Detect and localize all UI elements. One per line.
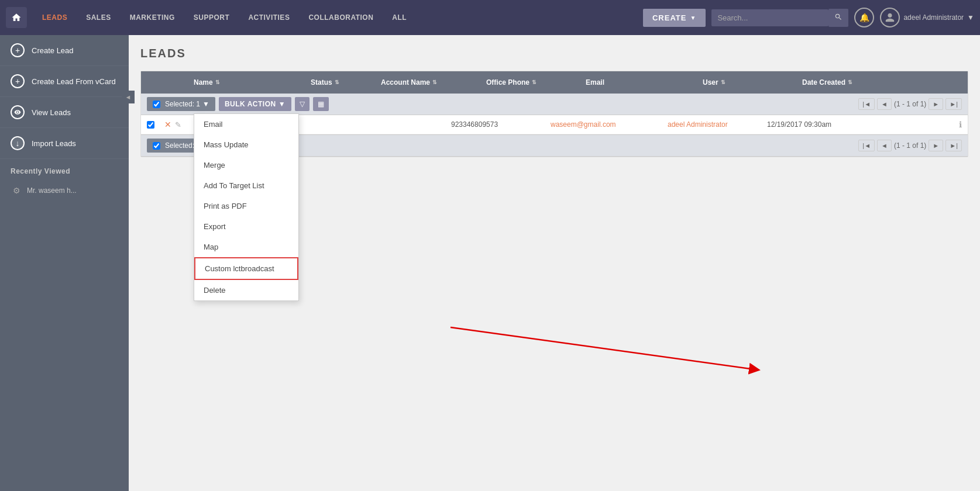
- sidebar-item-create-lead[interactable]: + Create Lead: [0, 35, 129, 66]
- row-action-buttons: ✕ ✎: [164, 120, 194, 129]
- select-checkbox[interactable]: [153, 101, 160, 108]
- nav-sales[interactable]: SALES: [77, 0, 121, 35]
- sidebar-item-view-leads[interactable]: View Leads: [0, 97, 129, 128]
- bulk-action-bar-top: Selected: 1 ▼ BULK ACTION ▼ ▽ ▦ Email Ma…: [141, 94, 968, 115]
- user-name: adeel Administrator: [903, 13, 964, 22]
- next-page-button-bottom[interactable]: ►: [929, 140, 943, 151]
- th-name: Name ⇅: [188, 71, 305, 94]
- bulk-menu-delete[interactable]: Delete: [194, 280, 298, 300]
- create-lead-icon: +: [11, 43, 25, 57]
- prev-page-button-bottom[interactable]: ◄: [877, 140, 892, 151]
- user-dropdown-arrow: ▼: [967, 13, 974, 22]
- row-email[interactable]: waseem@gmail.com: [551, 120, 668, 129]
- create-dropdown-arrow: ▼: [690, 15, 696, 21]
- last-page-button[interactable]: ►|: [945, 98, 962, 110]
- first-page-button-bottom[interactable]: |◄: [858, 140, 875, 151]
- recently-viewed-icon-1: ⚙: [11, 185, 22, 196]
- sidebar-item-create-lead-vcard[interactable]: + Create Lead From vCard: [0, 66, 129, 97]
- th-date: Date Created ⇅: [796, 71, 968, 94]
- search-wrapper: [711, 9, 848, 27]
- search-input[interactable]: [711, 9, 828, 26]
- svg-line-0: [451, 327, 755, 369]
- sidebar-collapse-button[interactable]: ◄: [122, 91, 135, 103]
- row-phone: 923346809573: [451, 120, 551, 129]
- main-layout: ◄ + Create Lead + Create Lead From vCard…: [0, 35, 980, 491]
- last-page-button-bottom[interactable]: ►|: [945, 140, 962, 151]
- sidebar-item-label-create-lead: Create Lead: [32, 46, 74, 55]
- nav-marketing[interactable]: MARKETING: [121, 0, 184, 35]
- nav-activities[interactable]: ACTIVITIES: [239, 0, 299, 35]
- sidebar-item-import-leads[interactable]: ↓ Import Leads: [0, 128, 129, 159]
- bulk-menu-export[interactable]: Export: [194, 216, 298, 237]
- pagination-bottom: |◄ ◄ (1 - 1 of 1) ► ►|: [858, 140, 962, 151]
- pagination-label-bottom: (1 - 1 of 1): [894, 141, 926, 150]
- create-lead-vcard-icon: +: [11, 74, 25, 88]
- nav-collaboration[interactable]: COLLABORATION: [299, 0, 383, 35]
- red-arrow-annotation: [246, 152, 772, 386]
- row-checkbox-cell: [147, 121, 164, 129]
- bulk-menu-mass-update[interactable]: Mass Update: [194, 134, 298, 155]
- sidebar-item-label-view-leads: View Leads: [32, 108, 71, 117]
- recently-viewed-label-1: Mr. waseem h...: [27, 186, 77, 195]
- recently-viewed-item-1[interactable]: ⚙ Mr. waseem h...: [0, 179, 129, 202]
- bulk-menu-print-pdf[interactable]: Print as PDF: [194, 196, 298, 216]
- nav-right-section: CREATE ▼ 🔔 adeel Administrator ▼: [643, 8, 974, 27]
- import-leads-icon: ↓: [11, 136, 25, 150]
- create-button[interactable]: CREATE ▼: [643, 9, 706, 27]
- next-page-button[interactable]: ►: [929, 98, 943, 110]
- bulk-action-dropdown: Email Mass Update Merge Add To Target Li…: [194, 113, 299, 301]
- bulk-menu-add-target-list[interactable]: Add To Target List: [194, 175, 298, 196]
- filter-button[interactable]: ▽: [295, 97, 310, 111]
- notifications-button[interactable]: 🔔: [854, 8, 874, 27]
- row-delete-button[interactable]: ✕: [164, 120, 171, 129]
- bulk-action-button[interactable]: BULK ACTION ▼: [219, 97, 291, 111]
- sidebar: ◄ + Create Lead + Create Lead From vCard…: [0, 35, 129, 491]
- main-content: LEADS Name ⇅ Status ⇅ Account Name ⇅: [129, 35, 980, 491]
- recently-viewed-title: Recently Viewed: [0, 159, 129, 179]
- selected-count-button[interactable]: Selected: 1 ▼: [147, 97, 215, 111]
- pagination-label: (1 - 1 of 1): [894, 100, 926, 108]
- th-phone: Office Phone ⇅: [480, 71, 580, 94]
- view-leads-icon: [11, 105, 25, 119]
- view-toggle-button[interactable]: ▦: [313, 97, 329, 111]
- user-avatar: [880, 8, 900, 27]
- row-info-button[interactable]: ℹ: [959, 120, 962, 129]
- bulk-menu-map[interactable]: Map: [194, 237, 298, 257]
- table-header: Name ⇅ Status ⇅ Account Name ⇅ Office Ph…: [141, 71, 968, 94]
- row-checkbox[interactable]: [147, 121, 154, 129]
- th-email: Email: [580, 71, 697, 94]
- th-user: User ⇅: [697, 71, 796, 94]
- pagination-top: |◄ ◄ (1 - 1 of 1) ► ►|: [858, 98, 962, 110]
- sidebar-item-label-import-leads: Import Leads: [32, 139, 76, 148]
- home-icon[interactable]: [6, 7, 27, 28]
- sidebar-item-label-vcard: Create Lead From vCard: [32, 77, 116, 86]
- th-account: Account Name ⇅: [375, 71, 480, 94]
- nav-support[interactable]: SUPPORT: [184, 0, 239, 35]
- nav-items: LEADS SALES MARKETING SUPPORT ACTIVITIES…: [33, 0, 643, 35]
- row-user[interactable]: adeel Administrator: [668, 120, 767, 129]
- page-title: LEADS: [140, 47, 968, 60]
- top-navigation: LEADS SALES MARKETING SUPPORT ACTIVITIES…: [0, 0, 980, 35]
- user-section[interactable]: adeel Administrator ▼: [880, 8, 974, 27]
- bulk-menu-merge[interactable]: Merge: [194, 155, 298, 175]
- prev-page-button[interactable]: ◄: [877, 98, 892, 110]
- th-status: Status ⇅: [305, 71, 375, 94]
- select-checkbox-bottom[interactable]: [153, 142, 160, 150]
- row-date: 12/19/2017 09:30am: [767, 120, 959, 129]
- nav-leads[interactable]: LEADS: [33, 0, 77, 35]
- bulk-menu-email[interactable]: Email: [194, 114, 298, 134]
- search-button[interactable]: [828, 9, 848, 27]
- nav-all[interactable]: ALL: [383, 0, 416, 35]
- row-edit-button[interactable]: ✎: [175, 120, 181, 129]
- bulk-menu-custom-lctbroadcast[interactable]: Custom lctbroadcast: [194, 257, 298, 280]
- first-page-button[interactable]: |◄: [858, 98, 875, 110]
- leads-table-container: Name ⇅ Status ⇅ Account Name ⇅ Office Ph…: [140, 71, 968, 157]
